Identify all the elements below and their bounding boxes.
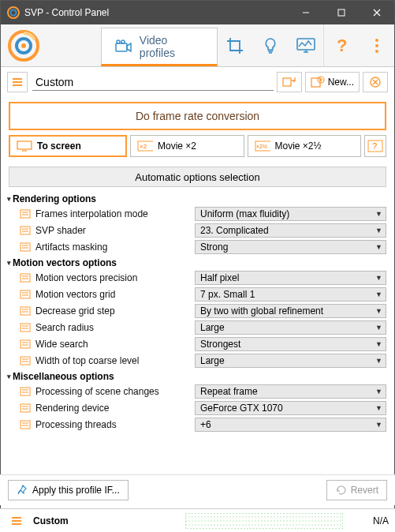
mode-label: Movie ×2½ <box>275 140 322 152</box>
do-conversion-button[interactable]: Do frame rate conversion <box>9 102 386 130</box>
minimize-button[interactable] <box>288 1 323 24</box>
main-action-label: Do frame rate conversion <box>136 110 259 122</box>
status-bar: Custom N/A <box>0 508 395 532</box>
opt-label: Decrease grid step <box>35 305 115 317</box>
chevron-down-icon: ▼ <box>375 307 382 315</box>
chevron-down-icon: ▼ <box>375 243 382 251</box>
svg-point-0 <box>8 7 19 18</box>
status-graph <box>185 513 351 529</box>
revert-button[interactable]: Revert <box>326 480 387 500</box>
svg-point-14 <box>375 39 378 42</box>
opt-grid-step-select[interactable]: By two with global refinement▼ <box>195 304 386 318</box>
chevron-down-icon: ▼ <box>375 421 382 429</box>
opt-interpolation-select[interactable]: Uniform (max fluidity)▼ <box>195 207 386 221</box>
option-icon <box>20 242 31 252</box>
svg-point-1 <box>11 10 17 16</box>
opt-label: Processing of scene changes <box>35 386 159 397</box>
option-icon <box>20 339 31 349</box>
status-menu-button[interactable] <box>6 511 27 531</box>
bottom-buttons: Apply this profile IF... Revert <box>0 474 395 505</box>
opt-mv-precision-select[interactable]: Half pixel▼ <box>195 271 386 285</box>
opt-mv-grid-select[interactable]: 7 px. Small 1▼ <box>195 287 386 302</box>
opt-label: Search radius <box>35 322 94 333</box>
opt-label: Processing threads <box>35 419 117 430</box>
close-button[interactable] <box>359 1 394 24</box>
svg-rect-57 <box>20 340 30 348</box>
svg-rect-20 <box>283 78 291 86</box>
more-icon[interactable] <box>359 24 394 66</box>
status-profile-name: Custom <box>33 515 69 526</box>
svg-text:?: ? <box>372 141 377 151</box>
mode-help-button[interactable]: ? <box>364 135 386 157</box>
opt-scene-changes-select[interactable]: Repeat frame▼ <box>195 384 386 399</box>
main-toolbar: Video profiles ? <box>1 24 394 67</box>
mode-label: Movie ×2 <box>158 140 196 152</box>
opt-search-radius-select[interactable]: Large▼ <box>195 320 386 335</box>
svg-rect-60 <box>20 357 30 365</box>
chevron-down-icon: ▼ <box>375 357 382 365</box>
camera-icon <box>114 39 133 54</box>
opt-render-device-select[interactable]: GeForce GTX 1070▼ <box>195 401 386 415</box>
svg-rect-45 <box>20 274 30 282</box>
svg-rect-42 <box>20 243 30 251</box>
x2-icon: ×2 <box>137 140 153 152</box>
apply-profile-if-button[interactable]: Apply this profile IF... <box>8 480 129 500</box>
opt-label: Motion vectors grid <box>35 289 115 300</box>
profile-menu-button[interactable] <box>7 72 28 92</box>
svg-rect-66 <box>20 404 30 412</box>
option-icon <box>20 403 31 413</box>
profile-delete-button[interactable] <box>363 72 388 92</box>
group-rendering[interactable]: ▾Rendering options <box>6 192 386 206</box>
svg-rect-48 <box>20 290 30 298</box>
option-icon <box>20 387 31 396</box>
svg-rect-36 <box>20 210 30 218</box>
profile-link-button[interactable] <box>277 72 302 92</box>
mode-movie-x2[interactable]: ×2 Movie ×2 <box>130 135 244 157</box>
opt-label: Rendering device <box>35 403 109 414</box>
svg-point-10 <box>117 40 120 43</box>
opt-label: Artifacts masking <box>35 242 107 253</box>
opt-masking-select[interactable]: Strong▼ <box>195 240 386 254</box>
bulb-icon[interactable] <box>252 24 288 66</box>
option-icon <box>20 306 31 316</box>
option-icon <box>20 209 31 219</box>
tab-label: Video profiles <box>140 34 204 59</box>
group-misc[interactable]: ▾Miscellaneous options <box>6 369 386 384</box>
mode-to-screen[interactable]: To screen <box>9 135 127 157</box>
option-icon <box>20 290 31 299</box>
chevron-down-icon: ▼ <box>375 324 382 332</box>
opt-wide-search-select[interactable]: Strongest▼ <box>195 337 386 351</box>
option-icon <box>20 420 31 429</box>
chevron-down-icon: ▼ <box>375 340 382 348</box>
opt-coarse-width-select[interactable]: Large▼ <box>195 354 386 368</box>
opt-shader-select[interactable]: 23. Complicated▼ <box>195 223 386 238</box>
screen-icon <box>17 140 32 152</box>
opt-label: Motion vectors precision <box>35 272 137 283</box>
svg-text:×2½: ×2½ <box>256 144 267 149</box>
window-title: SVP - Control Panel <box>24 7 288 18</box>
opt-label: SVP shader <box>35 225 86 236</box>
svg-rect-51 <box>20 307 30 315</box>
monitor-icon[interactable] <box>288 24 323 66</box>
chevron-down-icon: ▼ <box>375 274 382 282</box>
pin-icon <box>17 485 28 496</box>
options-panel: ▾Rendering options Frames interpolation … <box>1 192 394 433</box>
mode-label: To screen <box>37 140 81 152</box>
revert-icon <box>335 485 346 496</box>
help-icon[interactable]: ? <box>323 24 359 66</box>
svg-point-15 <box>375 44 378 47</box>
opt-threads-select[interactable]: +6▼ <box>195 418 386 432</box>
tab-video-profiles[interactable]: Video profiles <box>101 28 218 66</box>
svg-rect-3 <box>338 9 345 16</box>
mode-movie-x2half[interactable]: ×2½ Movie ×2½ <box>248 135 362 157</box>
chevron-down-icon: ▼ <box>375 227 382 234</box>
svg-rect-9 <box>116 43 127 51</box>
group-motion-vectors[interactable]: ▾Motion vectors options <box>6 256 386 270</box>
svg-rect-63 <box>20 388 30 395</box>
new-profile-button[interactable]: New... <box>305 72 360 92</box>
auto-options-header[interactable]: Automatic options selection <box>9 167 386 187</box>
profile-name-field[interactable]: Custom <box>32 74 274 91</box>
option-icon <box>20 273 31 283</box>
maximize-button[interactable] <box>323 1 359 24</box>
crop-icon[interactable] <box>218 24 253 66</box>
